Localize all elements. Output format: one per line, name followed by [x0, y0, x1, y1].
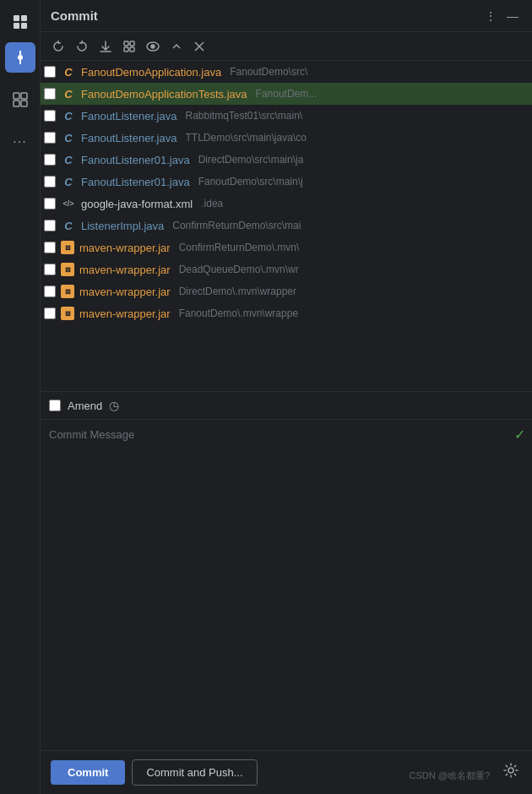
- svg-point-20: [508, 768, 513, 773]
- file-name: FanoutListener.java: [81, 132, 176, 144]
- file-name: maven-wrapper.jar: [79, 242, 171, 254]
- commit-button[interactable]: Commit: [51, 760, 125, 785]
- file-item[interactable]: ⊠ maven-wrapper.jar DeadQueueDemo\.mvn\w…: [41, 258, 532, 280]
- file-path: TTLDemo\src\main\java\co: [185, 132, 306, 144]
- file-type-icon: </>: [61, 196, 76, 211]
- show-diff-button[interactable]: [142, 37, 164, 56]
- svg-rect-8: [21, 93, 27, 99]
- update-project-button[interactable]: [95, 37, 117, 56]
- file-item[interactable]: ⊠ maven-wrapper.jar FanoutDemo\.mvn\wrap…: [41, 302, 532, 324]
- svg-rect-12: [124, 41, 128, 46]
- panel-header: Commit ⋮ —: [41, 0, 532, 32]
- file-type-icon: ⊠: [61, 241, 74, 254]
- file-checkbox[interactable]: [44, 110, 56, 122]
- file-checkbox[interactable]: [44, 132, 56, 144]
- file-item[interactable]: ⊠ maven-wrapper.jar DirectDemo\.mvn\wrap…: [41, 280, 532, 302]
- file-item[interactable]: C FanoutListener01.java DirectDemo\src\m…: [41, 149, 532, 171]
- file-name: FanoutDemoApplication.java: [81, 66, 221, 79]
- group-by-button[interactable]: [118, 37, 140, 56]
- svg-rect-3: [21, 23, 27, 29]
- svg-rect-9: [14, 101, 19, 106]
- file-type-icon: C: [61, 130, 76, 145]
- refresh-button[interactable]: [47, 37, 69, 56]
- file-name: FanoutListener.java: [81, 110, 176, 122]
- file-checkbox[interactable]: [44, 88, 56, 100]
- amend-checkbox[interactable]: [49, 400, 61, 411]
- file-list: C FanoutDemoApplication.java FanoutDemo\…: [41, 61, 532, 391]
- commit-message-area: ✓: [41, 419, 532, 750]
- amend-section: Amend ◷: [41, 391, 532, 419]
- panel-title: Commit: [51, 8, 98, 23]
- checkmark-icon: ✓: [514, 427, 525, 443]
- sidebar-icon-more[interactable]: ···: [5, 127, 35, 157]
- file-path: .idea: [201, 198, 223, 209]
- file-item[interactable]: C ListenerImpl.java ConfirmReturnDemo\sr…: [41, 215, 532, 237]
- file-type-icon: C: [61, 86, 76, 101]
- file-item[interactable]: C FanoutDemoApplicationTests.java Fanout…: [41, 83, 532, 105]
- file-checkbox[interactable]: [44, 66, 56, 78]
- close-toolbar-button[interactable]: [189, 38, 209, 55]
- file-type-icon: C: [61, 64, 76, 79]
- file-name: ListenerImpl.java: [81, 220, 164, 232]
- svg-rect-0: [14, 15, 19, 21]
- header-actions: ⋮ —: [481, 6, 522, 26]
- toolbar: [41, 32, 532, 61]
- file-checkbox[interactable]: [44, 176, 56, 188]
- svg-rect-2: [14, 23, 19, 29]
- svg-rect-7: [14, 93, 19, 99]
- file-name: maven-wrapper.jar: [79, 264, 171, 276]
- file-item[interactable]: ⊠ maven-wrapper.jar ConfirmReturnDemo\.m…: [41, 237, 532, 258]
- amend-clock-icon[interactable]: ◷: [109, 399, 119, 412]
- svg-rect-15: [130, 47, 134, 52]
- file-type-icon: C: [61, 108, 76, 123]
- file-type-icon: ⊠: [61, 285, 74, 298]
- file-name: maven-wrapper.jar: [79, 286, 171, 298]
- file-path: FanoutDemo\src\: [230, 66, 307, 78]
- file-item[interactable]: C FanoutListener.java RabbitmqTest01\src…: [41, 105, 532, 127]
- svg-point-4: [18, 55, 23, 60]
- file-checkbox[interactable]: [44, 154, 56, 166]
- main-panel: Commit ⋮ —: [41, 0, 532, 794]
- bottom-bar: Commit Commit and Push... CSDN @啥名都重?: [41, 750, 532, 794]
- file-checkbox[interactable]: [44, 242, 56, 253]
- minimize-button[interactable]: —: [503, 6, 522, 26]
- file-name: FanoutDemoApplicationTests.java: [81, 88, 247, 101]
- file-path: FanoutDemo\.mvn\wrappe: [179, 307, 298, 319]
- svg-rect-13: [130, 41, 134, 46]
- expand-button[interactable]: [166, 37, 187, 56]
- sidebar: ···: [0, 0, 41, 794]
- file-type-icon: C: [61, 174, 76, 189]
- file-path: DeadQueueDemo\.mvn\wr: [179, 264, 299, 275]
- file-path: FanoutDem...: [256, 88, 318, 100]
- settings-button[interactable]: [500, 759, 522, 786]
- amend-label: Amend: [68, 400, 102, 412]
- file-checkbox[interactable]: [44, 198, 56, 209]
- file-path: DirectDemo\.mvn\wrapper: [179, 286, 296, 297]
- file-item[interactable]: C FanoutListener.java TTLDemo\src\main\j…: [41, 127, 532, 149]
- file-item[interactable]: C FanoutListener01.java FanoutDemo\src\m…: [41, 171, 532, 193]
- file-path: DirectDemo\src\main\ja: [198, 154, 304, 166]
- sidebar-icon-home[interactable]: [5, 7, 35, 37]
- sidebar-icon-structure[interactable]: [5, 84, 35, 115]
- commit-message-input[interactable]: [41, 420, 532, 750]
- file-name: maven-wrapper.jar: [79, 307, 171, 320]
- svg-point-17: [151, 45, 155, 48]
- file-name: FanoutListener01.java: [81, 154, 190, 166]
- file-path: FanoutDemo\src\main\j: [198, 176, 303, 188]
- file-item[interactable]: C FanoutDemoApplication.java FanoutDemo\…: [41, 61, 532, 83]
- file-type-icon: ⊠: [61, 263, 74, 276]
- file-path: ConfirmReturnDemo\src\mai: [172, 220, 301, 231]
- commit-and-push-button[interactable]: Commit and Push...: [132, 759, 257, 786]
- file-item[interactable]: </> google-java-format.xml .idea: [41, 193, 532, 215]
- more-options-button[interactable]: ⋮: [481, 6, 500, 26]
- file-checkbox[interactable]: [44, 307, 56, 319]
- sidebar-icon-commit[interactable]: [5, 42, 35, 73]
- file-checkbox[interactable]: [44, 220, 56, 231]
- file-type-icon: C: [61, 152, 76, 167]
- file-checkbox[interactable]: [44, 286, 56, 297]
- svg-rect-1: [21, 15, 27, 21]
- file-type-icon: C: [61, 218, 76, 233]
- undo-button[interactable]: [71, 37, 93, 56]
- file-checkbox[interactable]: [44, 264, 56, 275]
- svg-rect-14: [124, 47, 128, 52]
